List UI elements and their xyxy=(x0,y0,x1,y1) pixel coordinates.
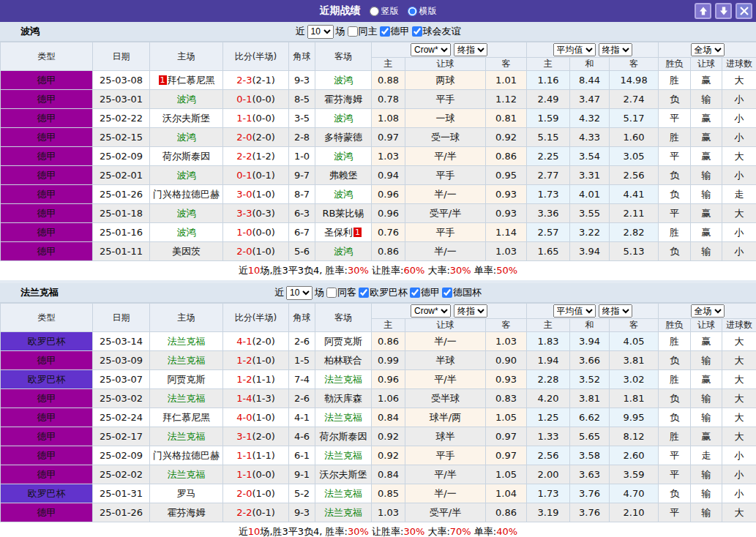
crow-home-odds: 0.86 xyxy=(372,332,405,351)
odds-company-select[interactable]: Crow* xyxy=(411,304,451,318)
league-filter-德国杯[interactable]: 德国杯 xyxy=(442,286,482,299)
avg-stage-select[interactable]: 终指 xyxy=(599,43,632,56)
league-filter-德甲[interactable]: 德甲 xyxy=(410,286,440,299)
avg-type-select[interactable]: 平均值 xyxy=(553,43,596,56)
match-date: 25-03-02 xyxy=(93,389,150,408)
team-name: 波鸿 xyxy=(20,25,40,38)
avg-away-odds: 14.98 xyxy=(610,71,659,90)
league-badge: 德甲 xyxy=(1,204,93,223)
crow-home-odds: 0.94 xyxy=(372,166,405,185)
team-label: 法兰克福 xyxy=(324,412,362,423)
result-outcome: 胜 xyxy=(659,370,691,389)
move-up-button[interactable] xyxy=(695,3,711,19)
vertical-radio-input[interactable] xyxy=(370,7,379,16)
away-team: 圣保利1 xyxy=(315,223,372,242)
team-label: 法兰克福 xyxy=(168,431,206,442)
crow-home-odds: 0.96 xyxy=(372,185,405,204)
league-filter-德甲[interactable]: 德甲 xyxy=(380,25,410,38)
filter-checkbox[interactable] xyxy=(380,26,390,37)
score-cell: 0-1(0-1) xyxy=(223,166,289,185)
match-row: 德甲25-01-11美因茨2-0(1-0)5-6波鸿0.86半/一1.031.6… xyxy=(1,242,756,261)
match-date: 25-03-09 xyxy=(93,351,150,370)
avg-home-odds: 1.94 xyxy=(527,351,570,370)
result-outcome: 平 xyxy=(659,465,691,484)
close-icon xyxy=(740,7,749,15)
league-filter-球会友谊[interactable]: 球会友谊 xyxy=(412,25,461,38)
close-button[interactable] xyxy=(736,3,752,19)
league-badge: 德甲 xyxy=(1,465,93,484)
match-row: 欧罗巴杯25-03-07阿贾克斯1-2(1-1)7-4法兰克福0.96平/半0.… xyxy=(1,370,756,389)
result-handicap: 赢 xyxy=(691,128,722,147)
scope-select[interactable]: 全场 xyxy=(691,43,725,56)
team-label: 波鸿 xyxy=(177,170,196,181)
avg-draw-odds: 3.94 xyxy=(570,242,610,261)
avg-type-select[interactable]: 平均值 xyxy=(553,304,596,318)
result-group-header: 全场 xyxy=(659,42,756,58)
team-label: 波鸿 xyxy=(334,246,353,257)
horizontal-radio-input[interactable] xyxy=(408,7,417,16)
crow-odds-group-header: Crow*终指 xyxy=(372,304,527,319)
result-goals: 小 xyxy=(722,166,756,185)
crow-away-odds: 0.92 xyxy=(486,128,527,147)
recent-count-select[interactable]: 10 xyxy=(307,25,334,39)
sub-header-avg-away: 客 xyxy=(610,58,659,71)
filter-checkbox[interactable] xyxy=(359,288,369,298)
filter-checkbox[interactable] xyxy=(348,26,358,37)
league-badge: 德甲 xyxy=(1,242,93,261)
move-down-button[interactable] xyxy=(715,3,732,19)
scope-select[interactable]: 全场 xyxy=(691,304,725,318)
result-outcome: 胜 xyxy=(659,128,691,147)
layout-radio-horizontal[interactable]: 横版 xyxy=(408,5,437,18)
summary-segment: 单率: xyxy=(471,526,497,537)
avg-stage-select[interactable]: 终指 xyxy=(599,304,632,318)
summary-segment: 单率: xyxy=(471,265,497,276)
league-filter-欧罗巴杯[interactable]: 欧罗巴杯 xyxy=(359,286,408,299)
result-goals: 小 xyxy=(722,446,756,465)
team-label: 荷尔斯泰因 xyxy=(320,431,367,442)
result-goals: 大 xyxy=(722,503,756,522)
summary-segment: 大率: xyxy=(424,526,450,537)
filter-checkbox[interactable] xyxy=(410,288,420,298)
avg-away-odds: 9.95 xyxy=(610,408,659,427)
team-label: 拜仁慕尼黑 xyxy=(168,75,215,86)
recent-count-select[interactable]: 10 xyxy=(286,286,312,300)
corners-cell: 9-7 xyxy=(289,166,315,185)
league-badge: 德甲 xyxy=(1,408,93,427)
team-label: 法兰克福 xyxy=(324,488,362,499)
avg-draw-odds: 3.47 xyxy=(570,90,610,109)
away-team: 法兰克福 xyxy=(315,484,372,503)
result-handicap: 赢 xyxy=(691,223,722,242)
odds-stage-select[interactable]: 终指 xyxy=(454,304,487,318)
team-label: 霍芬海姆 xyxy=(324,94,362,105)
home-team: 霍芬海姆 xyxy=(150,503,223,522)
filter-checkbox[interactable] xyxy=(326,288,337,298)
result-goals: 大 xyxy=(722,204,756,223)
league-filter-同客[interactable]: 同客 xyxy=(326,286,356,299)
filter-checkbox[interactable] xyxy=(442,288,452,298)
crow-home-odds: 0.78 xyxy=(372,90,405,109)
team-label: 法兰克福 xyxy=(168,393,206,404)
avg-home-odds: 2.57 xyxy=(527,223,570,242)
team-label: 波鸿 xyxy=(334,151,353,162)
home-team: 波鸿 xyxy=(150,166,223,185)
summary-segment: 近 xyxy=(239,265,248,276)
filter-checkbox-label: 德国杯 xyxy=(453,286,482,299)
avg-draw-odds: 3.55 xyxy=(570,204,610,223)
result-outcome: 负 xyxy=(659,185,691,204)
layout-radio-vertical[interactable]: 竖版 xyxy=(370,5,399,18)
odds-company-select[interactable]: Crow* xyxy=(411,43,451,56)
crow-away-odds: 0.95 xyxy=(486,166,527,185)
league-badge: 德甲 xyxy=(1,71,93,90)
sub-header-avg-draw: 和 xyxy=(570,58,610,71)
crow-odds-group-header: Crow*终指 xyxy=(372,42,527,58)
odds-stage-select[interactable]: 终指 xyxy=(454,43,487,56)
result-handicap: 赢 xyxy=(691,109,722,128)
handicap-line: 半/一 xyxy=(405,242,486,261)
result-outcome: 平 xyxy=(659,109,691,128)
home-team: 法兰克福 xyxy=(150,465,223,484)
avg-home-odds: 1.33 xyxy=(527,427,570,446)
league-filter-同主[interactable]: 同主 xyxy=(348,25,378,38)
crow-home-odds: 0.96 xyxy=(372,370,405,389)
handicap-line: 受平/半 xyxy=(405,204,486,223)
filter-checkbox[interactable] xyxy=(412,26,422,37)
